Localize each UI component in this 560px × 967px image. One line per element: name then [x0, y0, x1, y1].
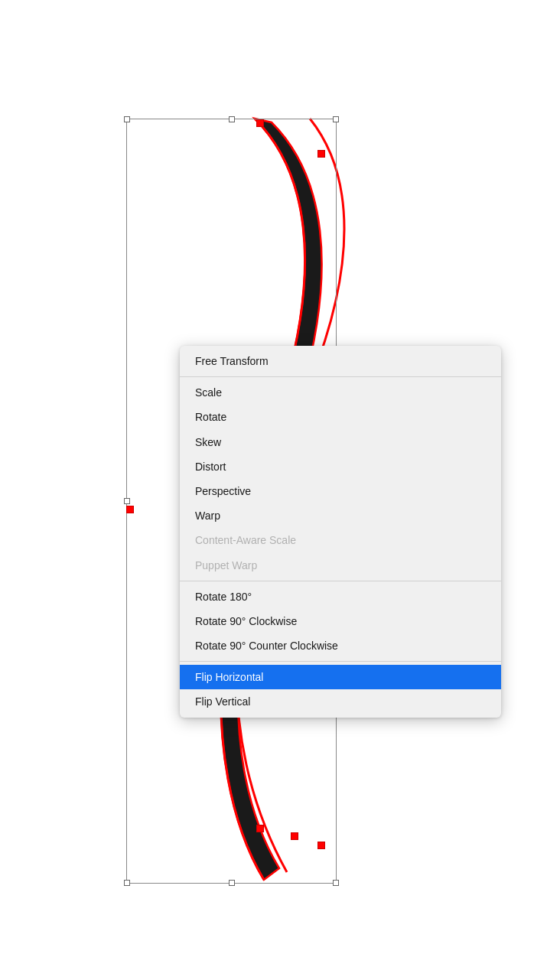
menu-item-scale[interactable]: Scale: [180, 380, 501, 405]
handle-bottom-left[interactable]: [124, 880, 130, 886]
menu-item-warp[interactable]: Warp: [180, 503, 501, 528]
anchor-point-bottom-far[interactable]: [317, 842, 325, 849]
menu-item-puppet-warp: Puppet Warp: [180, 553, 501, 578]
menu-item-perspective[interactable]: Perspective: [180, 479, 501, 503]
menu-item-rotate-180[interactable]: Rotate 180°: [180, 584, 501, 609]
anchor-point-bottom[interactable]: [256, 825, 264, 832]
menu-section-header: Free Transform: [180, 346, 501, 376]
handle-top-left[interactable]: [124, 116, 130, 122]
context-menu: Free Transform Scale Rotate Skew Distort…: [180, 346, 501, 718]
handle-middle-left[interactable]: [124, 498, 130, 504]
menu-item-rotate[interactable]: Rotate: [180, 405, 501, 429]
anchor-point-left-mid[interactable]: [126, 506, 134, 513]
menu-section-rotate: Rotate 180° Rotate 90° Clockwise Rotate …: [180, 581, 501, 662]
anchor-point-bottom-right[interactable]: [291, 832, 298, 840]
menu-item-skew[interactable]: Skew: [180, 430, 501, 454]
handle-top-right[interactable]: [333, 116, 339, 122]
handle-bottom-right[interactable]: [333, 880, 339, 886]
menu-section-transform: Scale Rotate Skew Distort Perspective Wa…: [180, 376, 501, 581]
handle-top-center[interactable]: [229, 116, 235, 122]
menu-item-flip-horizontal[interactable]: Flip Horizontal: [180, 665, 501, 689]
menu-item-content-aware-scale: Content-Aware Scale: [180, 528, 501, 552]
menu-item-rotate-90-ccw[interactable]: Rotate 90° Counter Clockwise: [180, 633, 501, 658]
menu-item-rotate-90-cw[interactable]: Rotate 90° Clockwise: [180, 609, 501, 633]
anchor-point-right-top[interactable]: [317, 150, 325, 158]
anchor-point-top[interactable]: [256, 119, 264, 127]
menu-item-free-transform[interactable]: Free Transform: [180, 349, 501, 373]
menu-item-distort[interactable]: Distort: [180, 454, 501, 479]
menu-item-flip-vertical[interactable]: Flip Vertical: [180, 689, 501, 714]
menu-section-flip: Flip Horizontal Flip Vertical: [180, 661, 501, 717]
canvas: Free Transform Scale Rotate Skew Distort…: [0, 0, 560, 967]
handle-bottom-center[interactable]: [229, 880, 235, 886]
